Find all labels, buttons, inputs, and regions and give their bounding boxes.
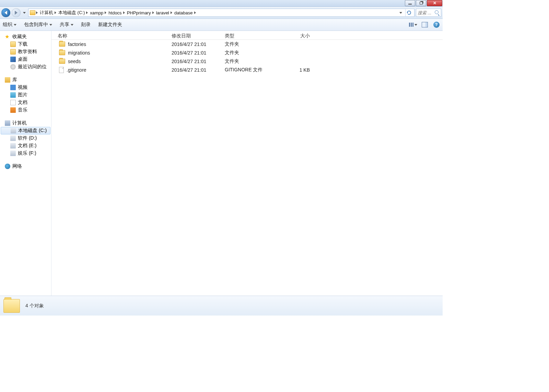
sidebar-item-music[interactable]: 音乐 <box>0 106 51 114</box>
file-list: 名称 修改日期 类型 大小 factories2016/4/27 21:01文件… <box>51 31 443 296</box>
new-folder-button[interactable]: 新建文件夹 <box>98 22 122 28</box>
sidebar-label: 收藏夹 <box>12 34 27 40</box>
sidebar-item-teaching[interactable]: 教学资料 <box>0 48 51 56</box>
drive-icon <box>10 151 16 156</box>
sidebar-network-header[interactable]: 网络 <box>0 163 51 170</box>
video-icon <box>10 85 16 90</box>
folder-icon <box>10 49 16 55</box>
star-icon: ★ <box>5 34 10 39</box>
breadcrumb-separator[interactable] <box>171 11 173 14</box>
sidebar-item-pictures[interactable]: 图片 <box>0 91 51 99</box>
breadcrumb-separator[interactable] <box>36 11 38 14</box>
column-header-modified[interactable]: 修改日期 <box>172 33 225 39</box>
sidebar-item-label: 娱乐 (F:) <box>18 150 36 156</box>
drive-icon <box>11 128 16 133</box>
file-row[interactable]: .gitignore2016/4/27 21:01GITIGNORE 文件1 K… <box>51 66 443 74</box>
desktop-icon <box>10 57 16 62</box>
folder-large-icon <box>3 299 20 313</box>
sidebar-item-drive-f[interactable]: 娱乐 (F:) <box>0 150 51 157</box>
file-name: factories <box>68 41 86 47</box>
folder-icon <box>59 41 65 47</box>
help-button[interactable]: ? <box>433 21 440 28</box>
toolbar: 组织 包含到库中 共享 刻录 新建文件夹 ? <box>0 19 443 31</box>
breadcrumb-separator[interactable] <box>55 11 57 14</box>
file-icon <box>59 67 64 73</box>
folder-icon <box>10 41 16 47</box>
nav-history-dropdown[interactable] <box>22 8 27 17</box>
breadcrumb-separator[interactable] <box>105 11 107 14</box>
breadcrumb-item[interactable]: PHPprimary <box>126 10 152 15</box>
breadcrumb-separator[interactable] <box>123 11 126 14</box>
sidebar-item-drive-d[interactable]: 软件 (D:) <box>0 134 51 142</box>
arrow-right-icon <box>15 11 17 15</box>
refresh-button[interactable] <box>405 9 413 16</box>
close-button[interactable]: ✕ <box>427 0 442 6</box>
breadcrumb-item[interactable]: database <box>174 10 194 15</box>
sidebar-item-label: 音乐 <box>18 107 27 113</box>
library-icon <box>5 77 10 83</box>
maximize-button[interactable] <box>416 0 426 6</box>
nav-back-button[interactable] <box>1 8 10 17</box>
include-in-library-button[interactable]: 包含到库中 <box>24 22 52 28</box>
file-row[interactable]: seeds2016/4/27 21:01文件夹 <box>51 57 443 66</box>
address-bar[interactable]: 计算机 本地磁盘 (C:) xampp htdocs PHPprimary la… <box>28 9 414 17</box>
navigation-bar: 计算机 本地磁盘 (C:) xampp htdocs PHPprimary la… <box>0 7 443 19</box>
view-icon <box>409 23 413 27</box>
sidebar-item-desktop[interactable]: 桌面 <box>0 56 51 63</box>
sidebar-item-downloads[interactable]: 下载 <box>0 40 51 48</box>
file-type: 文件夹 <box>225 41 280 47</box>
breadcrumb-item[interactable]: 计算机 <box>39 10 54 16</box>
breadcrumb-separator[interactable] <box>152 11 155 14</box>
sidebar-favorites-header[interactable]: ★收藏夹 <box>0 33 51 40</box>
sidebar-item-drive-e[interactable]: 文档 (E:) <box>0 142 51 150</box>
file-type: 文件夹 <box>225 58 280 64</box>
sidebar-label: 库 <box>12 77 17 83</box>
help-icon: ? <box>433 22 440 28</box>
content-area: ★收藏夹 下载 教学资料 桌面 最近访问的位 库 视频 图片 文档 音乐 计算机… <box>0 31 443 296</box>
file-type: GITIGNORE 文件 <box>225 67 280 73</box>
minimize-button[interactable] <box>405 0 415 6</box>
breadcrumb-item[interactable]: htdocs <box>108 10 122 15</box>
drive-icon <box>10 135 16 141</box>
titlebar: ✕ <box>0 0 443 7</box>
view-options-button[interactable] <box>410 21 417 28</box>
sidebar-computer-header[interactable]: 计算机 <box>0 119 51 127</box>
breadcrumb-item[interactable]: xampp <box>89 10 104 15</box>
sidebar-item-drive-c[interactable]: 本地磁盘 (C:) <box>1 127 50 134</box>
sidebar-libraries-header[interactable]: 库 <box>0 76 51 84</box>
breadcrumb-item[interactable]: 本地磁盘 (C:) <box>58 10 85 16</box>
burn-button[interactable]: 刻录 <box>81 22 91 28</box>
sidebar-label: 计算机 <box>12 120 27 126</box>
column-header-type[interactable]: 类型 <box>225 33 280 39</box>
column-header-name[interactable]: 名称 <box>51 33 172 39</box>
file-type: 文件夹 <box>225 50 280 56</box>
file-modified: 2016/4/27 21:01 <box>172 50 225 56</box>
nav-forward-button[interactable] <box>12 8 21 17</box>
music-icon <box>10 107 16 113</box>
file-row[interactable]: factories2016/4/27 21:01文件夹 <box>51 40 443 48</box>
sidebar-item-label: 文档 <box>18 99 27 106</box>
file-name: .gitignore <box>67 67 86 73</box>
share-button[interactable]: 共享 <box>60 22 73 28</box>
folder-icon <box>59 59 65 64</box>
breadcrumb-item[interactable]: laravel <box>155 10 170 15</box>
sidebar-item-documents[interactable]: 文档 <box>0 99 51 106</box>
preview-pane-button[interactable] <box>421 21 428 28</box>
sidebar-item-label: 视频 <box>18 84 27 91</box>
pictures-icon <box>10 92 16 98</box>
sidebar-item-label: 本地磁盘 (C:) <box>18 128 47 134</box>
breadcrumb-separator[interactable] <box>194 11 197 14</box>
file-row[interactable]: migrations2016/4/27 21:01文件夹 <box>51 48 443 57</box>
drive-icon <box>10 143 16 149</box>
file-name: migrations <box>68 50 90 56</box>
breadcrumb-separator[interactable] <box>86 11 89 14</box>
search-input[interactable] <box>418 10 435 15</box>
organize-button[interactable]: 组织 <box>3 22 16 28</box>
status-text: 4 个对象 <box>25 303 44 309</box>
sidebar-item-recent[interactable]: 最近访问的位 <box>0 63 51 71</box>
recent-icon <box>10 64 16 70</box>
address-dropdown[interactable] <box>397 9 405 16</box>
column-header-size[interactable]: 大小 <box>280 33 314 39</box>
sidebar-item-videos[interactable]: 视频 <box>0 84 51 91</box>
search-box[interactable] <box>416 9 441 17</box>
